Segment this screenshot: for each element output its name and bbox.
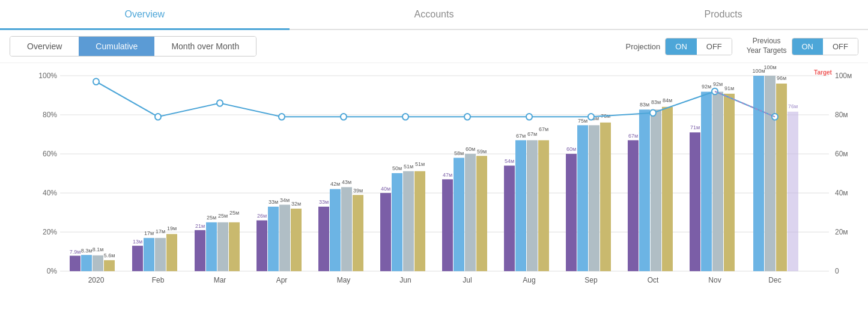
svg-point-137 (712, 88, 718, 94)
svg-text:20м: 20м (835, 228, 848, 236)
projection-off-button[interactable]: OFF (697, 38, 732, 55)
svg-rect-90 (566, 154, 577, 271)
svg-rect-42 (229, 222, 240, 271)
svg-point-134 (526, 114, 532, 120)
svg-text:Sep: Sep (584, 276, 597, 284)
svg-rect-51 (291, 209, 302, 271)
view-tab-group: Overview Cumulative Month over Month (10, 36, 256, 57)
svg-text:91м: 91м (724, 85, 734, 91)
view-tab-cumulative[interactable]: Cumulative (79, 37, 154, 56)
tab-overview[interactable]: Overview (0, 0, 290, 30)
svg-text:80%: 80% (43, 111, 57, 119)
svg-text:92м: 92м (713, 81, 723, 87)
svg-rect-24 (104, 260, 115, 271)
svg-text:84м: 84м (663, 97, 672, 103)
svg-text:39м: 39м (353, 188, 363, 194)
svg-text:Apr: Apr (276, 276, 288, 284)
svg-rect-108 (690, 132, 700, 271)
svg-rect-36 (195, 230, 205, 271)
prev-year-toggle: ON OFF (792, 38, 859, 55)
svg-text:Aug: Aug (523, 276, 535, 284)
svg-text:25м: 25м (229, 210, 239, 216)
svg-point-133 (464, 114, 470, 120)
svg-text:Feb: Feb (152, 276, 165, 284)
svg-text:2020: 2020 (88, 276, 105, 284)
svg-point-136 (650, 110, 656, 116)
svg-text:100%: 100% (38, 72, 57, 80)
svg-rect-110 (701, 92, 712, 271)
prev-year-label: PreviousYear Targets (747, 37, 787, 55)
svg-text:67м: 67м (527, 130, 537, 136)
svg-text:67м: 67м (516, 133, 526, 139)
svg-rect-94 (589, 125, 599, 271)
prev-year-on-button[interactable]: ON (792, 38, 824, 55)
projection-on-button[interactable]: ON (666, 38, 697, 55)
top-navigation: Overview Accounts Products (0, 0, 868, 30)
svg-rect-96 (600, 123, 611, 271)
svg-rect-40 (217, 222, 228, 271)
svg-text:51м: 51м (404, 164, 413, 170)
svg-rect-119 (765, 76, 775, 271)
svg-text:Target: Target (814, 69, 832, 76)
svg-text:7.9м: 7.9м (70, 249, 81, 255)
bar-group-nov: 71м 92м 92м 91м Nov (690, 81, 735, 284)
svg-point-129 (217, 100, 223, 106)
bar-group-2020: 7.9м 8.3м 8.1м 5.6м 2020 (70, 246, 115, 284)
svg-text:0: 0 (835, 267, 839, 275)
svg-text:25м: 25м (207, 215, 216, 221)
svg-rect-78 (476, 156, 487, 271)
svg-point-128 (155, 114, 161, 120)
svg-text:92м: 92м (702, 84, 711, 90)
svg-text:Jun: Jun (399, 276, 411, 284)
projection-label: Projection (625, 42, 660, 51)
svg-rect-18 (70, 255, 80, 271)
tab-accounts[interactable]: Accounts (290, 0, 579, 30)
view-tab-month-over-month[interactable]: Month over Month (154, 37, 256, 56)
svg-rect-117 (753, 76, 764, 271)
svg-rect-49 (279, 205, 290, 272)
svg-text:33м: 33м (269, 199, 278, 205)
main-chart: 100% 80% 60% 40% 20% 0% 100м 80м 60м 40м… (0, 63, 868, 309)
svg-rect-114 (724, 94, 735, 271)
tab-products[interactable]: Products (578, 0, 868, 30)
svg-text:Dec: Dec (768, 276, 781, 284)
svg-rect-29 (144, 238, 154, 271)
svg-text:8.1м: 8.1м (93, 246, 104, 252)
svg-text:50м: 50м (392, 165, 402, 171)
svg-text:40м: 40м (381, 186, 390, 192)
svg-text:58м: 58м (454, 150, 464, 156)
svg-rect-83 (515, 140, 526, 271)
svg-rect-54 (318, 207, 329, 271)
svg-text:Oct: Oct (648, 276, 659, 284)
bar-group-sep: 60м 75м 75м 76м Sep (566, 113, 611, 284)
svg-text:83м: 83м (651, 99, 661, 105)
prev-year-group: PreviousYear Targets ON OFF (747, 37, 858, 55)
svg-text:May: May (337, 276, 351, 284)
svg-text:67м: 67м (539, 126, 548, 132)
svg-text:71м: 71м (690, 124, 700, 130)
svg-text:40м: 40м (835, 189, 848, 197)
svg-rect-123 (788, 112, 798, 271)
svg-rect-76 (465, 154, 476, 271)
svg-text:26м: 26м (257, 213, 267, 219)
svg-rect-38 (206, 222, 217, 271)
svg-text:8.3м: 8.3м (81, 247, 93, 253)
svg-rect-92 (577, 125, 588, 271)
svg-text:17м: 17м (144, 230, 154, 236)
svg-text:100м: 100м (835, 72, 852, 80)
projection-group: Projection ON OFF (625, 38, 732, 55)
projection-toggle: ON OFF (665, 38, 732, 55)
svg-text:60м: 60м (466, 146, 475, 152)
svg-text:40%: 40% (43, 189, 57, 197)
prev-year-off-button[interactable]: OFF (823, 38, 858, 55)
svg-text:59м: 59м (477, 148, 487, 154)
bar-group-jun: 40м 50м 51м 51м Jun (380, 161, 425, 284)
svg-text:60м: 60м (566, 146, 576, 152)
svg-rect-99 (628, 140, 639, 271)
svg-text:20%: 20% (43, 228, 57, 236)
view-tab-overview[interactable]: Overview (10, 37, 79, 56)
svg-rect-121 (776, 84, 787, 271)
chart-container: 100% 80% 60% 40% 20% 0% 100м 80м 60м 40м… (0, 63, 868, 309)
svg-rect-31 (155, 238, 166, 271)
svg-text:32м: 32м (291, 201, 301, 207)
